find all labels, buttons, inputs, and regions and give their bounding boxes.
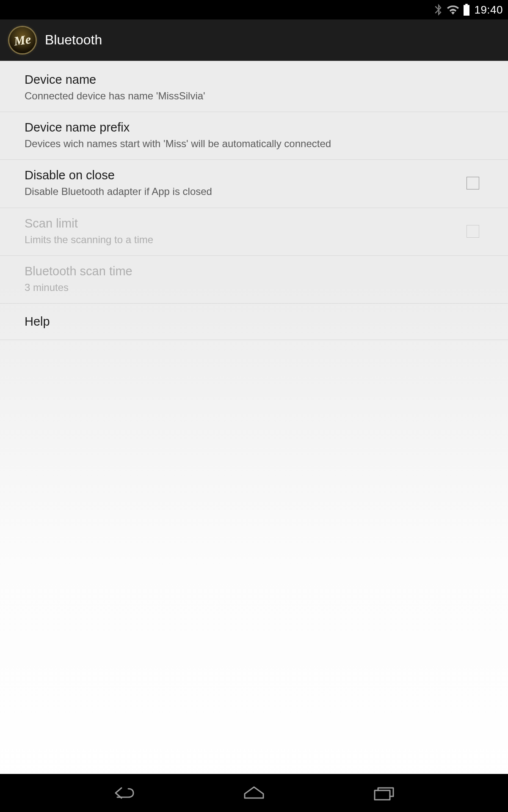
setting-subtitle: 3 minutes [25,281,483,294]
status-time: 19:40 [474,3,503,16]
settings-list: Device name Connected device has name 'M… [0,61,508,774]
page-title: Bluetooth [45,32,102,48]
setting-device-name[interactable]: Device name Connected device has name 'M… [0,61,508,112]
app-icon[interactable]: Me [9,27,36,53]
setting-subtitle: Connected device has name 'MissSilvia' [25,89,483,102]
wifi-icon [447,5,459,14]
action-bar: Me Bluetooth [0,19,508,61]
setting-title: Disable on close [25,168,458,182]
setting-subtitle: Limits the scanning to a time [25,233,458,246]
checkbox[interactable] [467,177,479,189]
setting-bluetooth-scan-time: Bluetooth scan time 3 minutes [0,256,508,304]
back-button[interactable] [94,774,154,812]
setting-scan-limit: Scan limit Limits the scanning to a time [0,208,508,256]
home-button[interactable] [224,774,284,812]
setting-subtitle: Devices wich names start with 'Miss' wil… [25,137,483,150]
setting-device-name-prefix[interactable]: Device name prefix Devices wich names st… [0,112,508,160]
setting-title: Device name prefix [25,121,483,134]
recents-button[interactable] [354,774,414,812]
setting-help[interactable]: Help [0,304,508,340]
setting-title: Bluetooth scan time [25,264,483,278]
setting-title: Device name [25,73,483,87]
bluetooth-icon [433,4,443,16]
navigation-bar [0,774,508,812]
setting-disable-on-close[interactable]: Disable on close Disable Bluetooth adapt… [0,160,508,208]
setting-title: Scan limit [25,217,458,230]
svg-rect-0 [375,790,390,800]
checkbox [467,225,479,238]
setting-subtitle: Disable Bluetooth adapter if App is clos… [25,185,458,198]
battery-icon [463,4,470,16]
setting-title: Help [25,315,483,329]
status-bar: 19:40 [0,0,508,19]
